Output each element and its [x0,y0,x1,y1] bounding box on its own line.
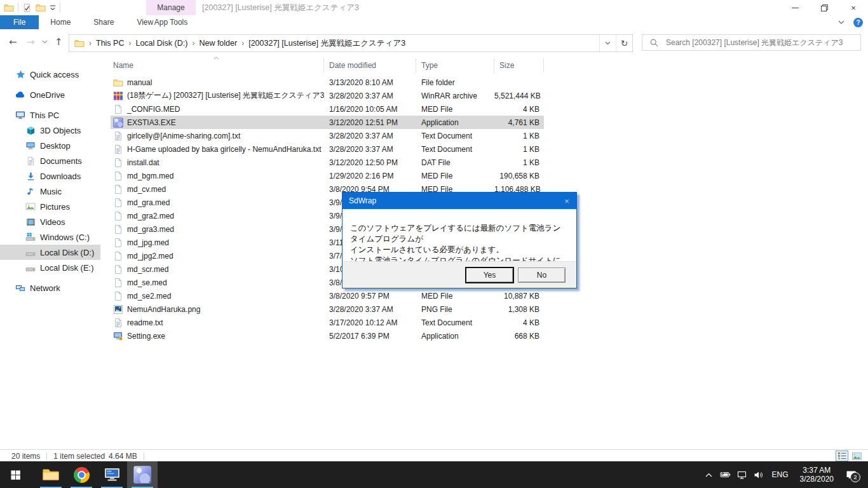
divider [60,3,60,12]
column-header-type[interactable]: Type [416,58,494,72]
start-button[interactable] [0,461,31,488]
file-name: EXSTIA3.EXE [127,118,176,127]
action-center-icon[interactable]: 2 [840,470,862,480]
png-image-icon [113,304,123,315]
breadcrumb-local-disk-d[interactable]: Local Disk (D:) [135,39,187,48]
drive-icon [25,247,36,257]
taskbar-chrome[interactable] [66,461,97,488]
file-row[interactable]: girlcelly@[Anime-sharing.com].txt 3/28/2… [111,129,544,142]
address-dropdown-icon[interactable] [599,35,616,51]
tab-file[interactable]: File [0,15,39,29]
taskbar-exstia3-game[interactable] [127,461,158,488]
search-box [642,34,861,51]
sidebar-item-3d-objects[interactable]: 3D Objects [0,123,100,138]
sidebar-item-windows-c[interactable]: Windows (C:) [0,229,100,245]
column-header-size[interactable]: Size [494,58,544,72]
sidebar-item-desktop[interactable]: Desktop [0,138,100,153]
properties-icon[interactable] [22,3,32,13]
status-bar: 20 items 1 item selected 4.64 MB [0,449,868,462]
dialog-close-icon[interactable]: × [557,196,576,206]
file-date: 3/28/2020 3:37 AM [324,132,416,140]
breadcrumb-this-pc[interactable]: This PC [96,39,124,48]
sidebar-item-local-disk-e[interactable]: Local Disk (E:) [0,260,100,275]
file-row[interactable]: (18禁ゲーム) [200327] [Lusterise] 光翼戦姫エクスティア… [111,89,544,102]
navigation-pane: Quick access OneDrive This PC 3D Objects… [0,55,100,449]
sidebar-item-label: This PC [30,111,59,120]
yes-button[interactable]: Yes [466,268,513,283]
sidebar-item-downloads[interactable]: Downloads [0,168,100,184]
computer-icon [104,467,121,483]
breadcrumb-new-folder[interactable]: New folder [199,39,237,48]
file-date: 3/28/2020 3:37 AM [324,145,416,154]
speaker-icon[interactable] [750,471,767,479]
system-tray: ENG 3:37 AM 3/28/2020 2 [701,461,868,488]
forward-icon[interactable]: → [27,34,35,50]
ribbon-right-controls: ? [838,15,863,29]
no-button[interactable]: No [518,268,566,283]
sidebar-item-label: Desktop [40,141,71,151]
address-bar[interactable]: › This PC › Local Disk (D:) › New folder… [69,34,633,52]
language-indicator[interactable]: ENG [767,470,794,479]
sidebar-item-music[interactable]: Music [0,184,100,199]
sidebar-item-pictures[interactable]: Pictures [0,199,100,214]
file-size: 4,761 KB [494,118,544,127]
file-row[interactable]: Setting.exe 5/2/2017 6:39 PM Application… [111,329,544,342]
help-icon[interactable]: ? [853,18,863,27]
tray-chevron-up-icon[interactable] [701,473,717,477]
taskbar-file-explorer[interactable] [36,461,66,488]
file-row[interactable]: install.dat 3/12/2020 12:50 PM DAT File … [111,156,544,169]
column-headers: Name Date modified Type Size [111,58,868,72]
back-icon[interactable]: ← [9,34,17,50]
sidebar-item-network[interactable]: Network [0,280,100,295]
file-type: File folder [416,78,494,87]
minimize-button[interactable] [780,0,810,15]
close-button[interactable]: × [839,0,868,15]
tab-app-tools[interactable]: App Tools [146,15,196,29]
file-row-selected[interactable]: EXSTIA3.EXE 3/12/2020 12:51 PM Applicati… [111,116,544,129]
large-icons-view-button[interactable] [850,451,863,461]
new-folder-icon[interactable] [36,3,46,13]
taskbar-system-app[interactable] [97,461,127,488]
sidebar-item-local-disk-d[interactable]: Local Disk (D:) [0,245,100,260]
breadcrumb-current-folder[interactable]: [200327] [Lusterise] 光翼戦姫エクスティア3 [248,38,405,49]
explorer-window-icon [4,3,14,13]
battery-icon[interactable] [717,471,734,478]
details-view-button[interactable] [836,451,848,461]
recent-locations-icon[interactable] [42,34,48,50]
customize-qat-icon[interactable] [50,5,56,11]
file-row[interactable]: readme.txt 3/17/2020 10:12 AM Text Docum… [111,316,544,329]
sidebar-item-videos[interactable]: Videos [0,214,100,229]
file-row[interactable]: H-Game uploaded by baka girlcelly - Nemu… [111,142,544,156]
dialog-title-bar[interactable]: SdWrap × [342,193,576,209]
file-name: md_gra3.med [127,225,174,234]
file-row[interactable]: md_se2.med 3/8/2020 9:57 PM MED File 10,… [111,289,544,302]
file-row[interactable]: manual 3/13/2020 8:10 AM File folder [111,76,544,89]
file-size: 190,658 KB [494,172,544,180]
item-count: 20 items [11,452,40,461]
tab-share[interactable]: Share [82,15,125,29]
column-header-date-modified[interactable]: Date modified [324,58,416,72]
file-row[interactable]: NemuAndHaruka.png 3/28/2020 3:37 AM PNG … [111,302,544,316]
dialog-button-row: Yes No [342,261,576,288]
sidebar-item-this-pc[interactable]: This PC [0,107,100,123]
sidebar-item-quick-access[interactable]: Quick access [0,67,100,82]
file-row[interactable]: md_bgm.med 1/29/2020 2:16 PM MED File 19… [111,169,544,182]
restore-button[interactable] [810,0,839,15]
sidebar-item-documents[interactable]: Documents [0,153,100,168]
file-row[interactable]: _CONFIG.MED 1/16/2020 10:05 AM MED File … [111,102,544,116]
refresh-icon[interactable]: ↻ [616,35,632,51]
file-type: Application [416,118,494,127]
sidebar-item-onedrive[interactable]: OneDrive [0,87,100,102]
up-icon[interactable]: ↑ [55,34,63,50]
tab-home[interactable]: Home [39,15,82,29]
file-name: md_jpg.med [127,238,169,247]
network-icon[interactable] [734,471,750,479]
collapse-ribbon-icon[interactable] [838,20,844,24]
file-name: H-Game uploaded by baka girlcelly - Nemu… [127,145,321,154]
search-input[interactable] [665,37,860,48]
clock[interactable]: 3:37 AM 3/28/2020 [794,466,840,484]
blank-file-icon [113,238,123,248]
file-date: 1/29/2020 2:16 PM [324,172,416,180]
column-header-name[interactable]: Name [111,58,324,72]
file-size: 1 KB [494,145,544,154]
